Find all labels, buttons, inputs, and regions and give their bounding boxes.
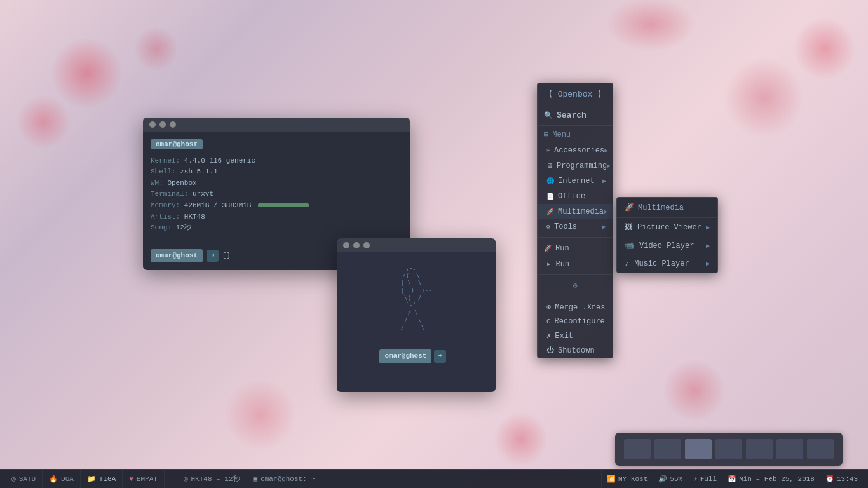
taskbar: ◎ SATU 🔥 DUA 📁 TIGA ♥ EMPAT ◎ HKT48 – 12…	[0, 469, 868, 488]
workspace-6[interactable]	[776, 439, 803, 459]
menu-run-link[interactable]: ▸ Run	[538, 257, 613, 271]
titlebar-2-dot-2	[353, 242, 360, 248]
terminal-1-titlebar	[143, 118, 410, 132]
terminal-icon: ▣	[254, 475, 258, 483]
titlebar-dot-3	[170, 121, 176, 128]
multimedia-arrow: ▶	[604, 208, 607, 215]
submenu-title-text: Multimedia	[638, 203, 684, 212]
taskbar-battery[interactable]: ⚡ Full	[688, 470, 722, 489]
taskbar-dua[interactable]: 🔥 DUA	[43, 470, 81, 489]
terminal-window-2: ,-. /( \ | \ \ | ) )-- \( / `-' / \ / \ …	[337, 238, 496, 392]
search-label: Search	[557, 111, 587, 120]
shutdown-label: Shutdown	[558, 346, 595, 355]
programming-label: Programming	[557, 161, 607, 170]
workspace-switcher	[615, 433, 843, 466]
shutdown-icon: ⏻	[546, 346, 554, 355]
submenu-video-player[interactable]: 📹 Video Player ▶	[617, 236, 717, 255]
titlebar-2-dot-3	[363, 242, 370, 248]
multimedia-icon: 🚀	[546, 208, 554, 215]
taskbar-clock[interactable]: ⏰ 13:43	[820, 470, 863, 489]
menu-item-programming[interactable]: 🖥 Programming ▶	[538, 158, 613, 173]
taskbar-satu[interactable]: ◎ SATU	[5, 470, 43, 489]
memory-bar	[258, 203, 309, 207]
internet-arrow: ▶	[602, 177, 606, 185]
terminal-2-prompt: omar@ghost	[379, 349, 431, 363]
merge-icon: ⊙	[546, 302, 551, 312]
menu-item-accessories[interactable]: ✂ Accessories ▶	[538, 143, 613, 158]
terminal-1-cursor: []	[222, 250, 231, 262]
workspace-1[interactable]	[624, 439, 651, 459]
multimedia-submenu: 🚀 Multimedia 🖼 Picture Viewer ▶ 📹 Video …	[616, 197, 718, 273]
taskbar-right: 📶 MY Kost 🔊 55% ⚡ Full 📅 Min – Feb 25, 2…	[601, 470, 863, 489]
titlebar-2-dot-1	[343, 242, 349, 248]
terminal-1-memory-line: Memory: 426MiB / 3883MiB	[151, 200, 402, 212]
terminal-2-arrow: ➜	[434, 350, 446, 363]
titlebar-dot-1	[149, 121, 156, 128]
workspace-2[interactable]	[654, 439, 681, 459]
video-player-arrow: ▶	[706, 242, 710, 250]
globe-icon: 🌐	[546, 177, 554, 185]
office-icon: 📄	[546, 193, 554, 200]
menu-item-tools[interactable]: ⚙ Tools ▶	[538, 219, 613, 234]
wifi-label: MY Kost	[618, 475, 648, 483]
menu-title: 【 Openbox 】	[538, 83, 613, 105]
battery-icon: ⚡	[693, 475, 698, 483]
taskbar-tiga[interactable]: 📁 TIGA	[81, 470, 123, 489]
dua-icon: 🔥	[49, 475, 58, 483]
workspace-3[interactable]	[685, 439, 712, 459]
terminal-2-cursor: _	[449, 351, 453, 362]
satu-icon: ◎	[11, 475, 16, 483]
tools-arrow: ▶	[602, 223, 606, 231]
terminal-1-arrow: ➜	[207, 250, 219, 262]
terminal-1-terminal-line: Terminal: urxvt	[151, 189, 402, 200]
satu-label: SATU	[19, 475, 36, 483]
merge-label: Merge .Xres	[555, 303, 605, 312]
menu-gear: ⚙	[538, 277, 613, 294]
terminal-2-titlebar	[337, 238, 496, 252]
menu-item-internet[interactable]: 🌐 Internet ▶	[538, 173, 613, 189]
taskbar-terminal[interactable]: ▣ omar@ghost: ~	[247, 470, 322, 489]
volume-label: 55%	[670, 475, 682, 483]
dua-label: DUA	[61, 475, 74, 483]
submenu-music-player[interactable]: ♪ Music Player ▶	[617, 255, 717, 273]
terminal-1-artist-line: Artist: HKT48	[151, 212, 402, 223]
terminal-1-shell-line: Shell: zsh 5.1.1	[151, 166, 402, 178]
menu-item-multimedia[interactable]: 🚀 Multimedia ▶	[538, 204, 613, 219]
workspace-5[interactable]	[746, 439, 773, 459]
tiga-label: TIGA	[99, 475, 116, 483]
scissors-icon: ✂	[546, 147, 550, 154]
taskbar-empat[interactable]: ♥ EMPAT	[123, 470, 165, 489]
taskbar-date[interactable]: 📅 Min – Feb 25, 2018	[722, 470, 820, 489]
submenu-picture-viewer[interactable]: 🖼 Picture Viewer ▶	[617, 218, 717, 236]
video-player-icon: 📹	[625, 241, 634, 250]
menu-action-merge[interactable]: ⊙ Merge .Xres	[538, 300, 613, 315]
menu-run-section[interactable]: 🚀 Run	[538, 240, 613, 257]
wifi-icon: 📶	[607, 475, 616, 483]
taskbar-volume[interactable]: 🔊 55%	[653, 470, 688, 489]
menu-action-exit[interactable]: ✗ Exit	[538, 329, 613, 343]
video-player-label: Video Player	[639, 241, 694, 250]
menu-action-reconf[interactable]: C Reconfigure	[538, 315, 613, 329]
picture-viewer-arrow: ▶	[706, 224, 710, 231]
search-icon: 🔍	[544, 111, 553, 119]
exit-icon: ✗	[546, 331, 551, 341]
terminal-1-kernel-line: Kernel: 4.4.0-116-generic	[151, 156, 402, 167]
calendar-icon: 📅	[728, 475, 736, 483]
taskbar-active-app[interactable]: ◎ HKT48 – 12秒	[177, 470, 247, 489]
terminal-1-prompt: omar@ghost	[151, 139, 203, 149]
date-label: Min – Feb 25, 2018	[739, 475, 815, 483]
taskbar-wifi[interactable]: 📶 MY Kost	[601, 470, 653, 489]
tools-label: Tools	[554, 222, 577, 231]
battery-label: Full	[700, 475, 717, 483]
menu-item-office[interactable]: 📄 Office	[538, 189, 613, 204]
empat-icon: ♥	[129, 475, 133, 483]
menu-action-shutdown[interactable]: ⏻ Shutdown	[538, 343, 613, 358]
workspace-4[interactable]	[715, 439, 742, 459]
terminal-1-bottom-badge: omar@ghost	[151, 249, 203, 263]
run-link-label: ▸ Run	[546, 260, 569, 269]
terminal-2-body: ,-. /( \ | \ \ | ) )-- \( / `-' / \ / \ …	[337, 252, 496, 392]
menu-search[interactable]: 🔍 Search	[538, 105, 613, 126]
workspace-7[interactable]	[807, 439, 834, 459]
picture-viewer-icon: 🖼	[625, 222, 632, 232]
terminal-1-song-line: Song: 12秒	[151, 222, 402, 234]
